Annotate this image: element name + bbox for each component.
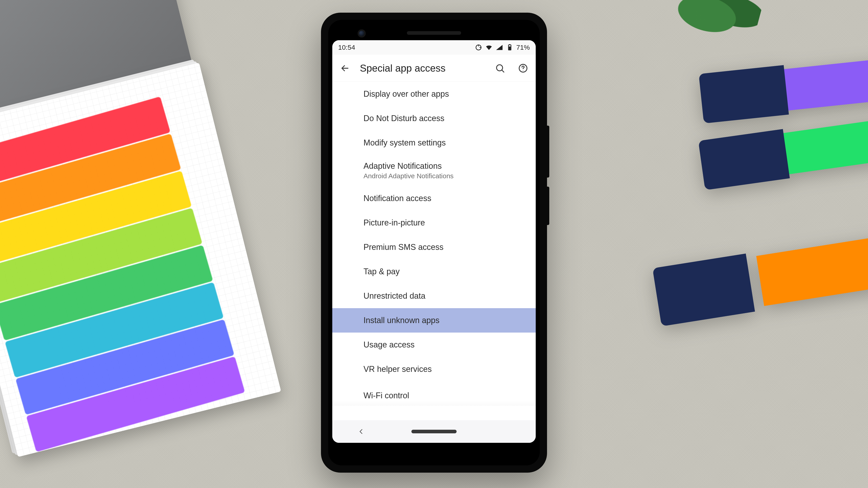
system-nav-bar [332, 420, 536, 443]
settings-row-title: Modify system settings [364, 138, 527, 148]
settings-row[interactable]: Notification access [332, 186, 536, 210]
settings-row[interactable]: Premium SMS access [332, 235, 536, 259]
settings-list[interactable]: Display over other appsDo Not Disturb ac… [332, 82, 536, 420]
help-button[interactable] [515, 60, 531, 76]
settings-row[interactable]: Unrestricted data [332, 284, 536, 308]
system-back-button[interactable] [354, 425, 368, 438]
settings-row-title: Install unknown apps [364, 316, 527, 325]
settings-row[interactable]: Install unknown apps [332, 308, 536, 332]
back-button[interactable] [337, 60, 353, 76]
settings-row-title: Do Not Disturb access [364, 113, 527, 123]
settings-row[interactable]: VR helper services [332, 357, 536, 381]
system-home-pill[interactable] [411, 430, 457, 433]
highlighter-purple [699, 53, 868, 124]
status-bar: 10:54 71% [332, 40, 536, 55]
wifi-icon [485, 43, 493, 51]
settings-row[interactable]: Usage access [332, 332, 536, 357]
highlighter-green [698, 112, 868, 190]
notebook-prop [0, 63, 281, 457]
settings-row[interactable]: Modify system settings [332, 131, 536, 155]
status-battery-text: 71% [516, 43, 530, 51]
phone-frame: 10:54 71% [321, 13, 547, 473]
plant-prop [669, 0, 765, 46]
settings-row[interactable]: Display over other apps [332, 82, 536, 106]
svg-rect-2 [509, 44, 510, 45]
settings-row[interactable]: Picture-in-picture [332, 210, 536, 235]
settings-row-title: Tap & pay [364, 267, 527, 276]
settings-row-title: Notification access [364, 194, 527, 203]
settings-row-title: Display over other apps [364, 89, 527, 99]
settings-row[interactable]: Wi-Fi control [332, 381, 536, 406]
svg-point-6 [523, 70, 523, 70]
search-button[interactable] [492, 60, 508, 76]
app-bar: Special app access [332, 55, 536, 82]
settings-row-title: Unrestricted data [364, 291, 527, 301]
earpiece-speaker [407, 31, 461, 35]
page-title: Special app access [360, 63, 485, 74]
settings-row[interactable]: Adaptive NotificationsAndroid Adaptive N… [332, 155, 536, 186]
svg-rect-3 [509, 46, 511, 50]
settings-row[interactable]: Do Not Disturb access [332, 106, 536, 131]
settings-row-subtitle: Android Adaptive Notifications [364, 172, 527, 180]
rotation-lock-icon [475, 43, 483, 51]
settings-row-title: Adaptive Notifications [364, 161, 527, 171]
settings-row[interactable]: Tap & pay [332, 259, 536, 284]
settings-row-title: Picture-in-picture [364, 218, 527, 228]
cellular-signal-icon [495, 43, 503, 51]
battery-icon [506, 43, 514, 51]
phone-screen: 10:54 71% [332, 40, 536, 443]
front-camera [358, 29, 366, 37]
settings-row-title: Usage access [364, 340, 527, 350]
highlighter-orange [652, 230, 868, 326]
settings-row-title: Premium SMS access [364, 242, 527, 252]
status-time: 10:54 [338, 43, 355, 51]
settings-row-title: Wi-Fi control [364, 391, 527, 400]
settings-row-title: VR helper services [364, 364, 527, 374]
